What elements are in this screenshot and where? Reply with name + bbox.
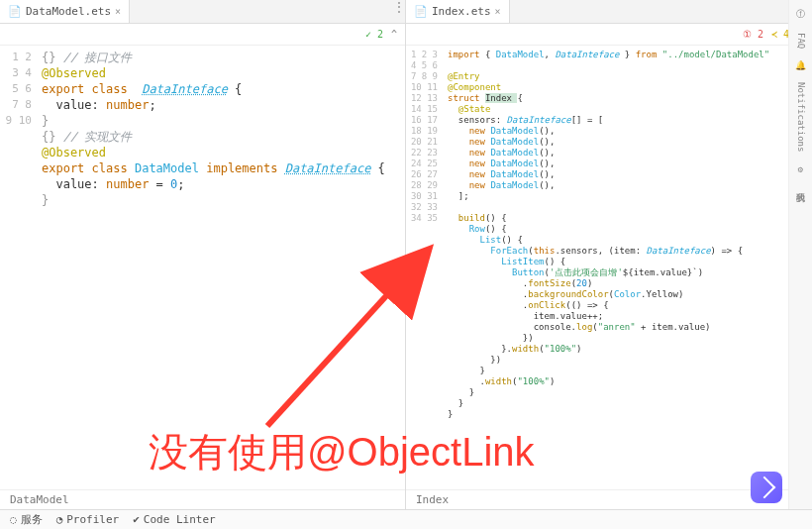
left-breadcrumb[interactable]: DataModel <box>0 489 405 509</box>
file-icon: 📄 <box>414 5 428 18</box>
plug-icon: ◌ <box>10 513 17 526</box>
left-editor-pane: 📄 DataModel.ets × ⋮ ✓ 2 ^ 1 2 3 4 5 6 7 … <box>0 0 406 509</box>
close-icon[interactable]: × <box>495 6 501 17</box>
status-linter[interactable]: ✔Code Linter <box>133 513 215 526</box>
left-inspection-bar: ✓ 2 ^ <box>0 24 405 46</box>
status-services[interactable]: ◌服务 <box>10 512 43 527</box>
tab-index[interactable]: 📄 Index.ets × <box>406 0 510 23</box>
tab-label: DataModel.ets <box>26 5 111 18</box>
file-icon: 📄 <box>8 5 22 18</box>
right-inspection-bar: ① 2 ≺ 4 ^ <box>406 24 811 46</box>
faq-label[interactable]: FAQ <box>796 33 806 49</box>
right-editor[interactable]: 1 2 3 4 5 6 7 8 9 10 11 12 13 14 15 16 1… <box>406 46 811 489</box>
right-editor-pane: 📄 Index.ets × ⋮ ① 2 ≺ 4 ^ 1 2 3 4 5 6 7 … <box>406 0 812 509</box>
profiler-icon: ◔ <box>56 513 63 526</box>
right-tool-sidebar: ⓕ FAQ 🔔 Notifications ⚙ 我的项 <box>788 0 812 509</box>
close-icon[interactable]: × <box>115 6 121 17</box>
notifications-label[interactable]: Notifications <box>796 82 806 152</box>
right-gutter: 1 2 3 4 5 6 7 8 9 10 11 12 13 14 15 16 1… <box>406 46 444 489</box>
left-gutter: 1 2 3 4 5 6 7 8 9 10 <box>0 46 38 489</box>
left-tab-bar: 📄 DataModel.ets × ⋮ <box>0 0 405 24</box>
hint-warn[interactable]: ≺ 4 <box>771 29 789 40</box>
status-bar: ◌服务 ◔Profiler ✔Code Linter <box>0 509 812 529</box>
faq-icon[interactable]: ⓕ <box>796 8 805 21</box>
right-tab-bar: 📄 Index.ets × ⋮ <box>406 0 811 24</box>
status-profiler[interactable]: ◔Profiler <box>56 513 120 526</box>
hint-error[interactable]: ① 2 <box>743 29 763 40</box>
left-editor[interactable]: 1 2 3 4 5 6 7 8 9 10 {} // 接口文件 @Observe… <box>0 46 405 489</box>
right-code[interactable]: import { DataModel, DataInteface } from … <box>444 46 811 489</box>
hint-pass: ✓ 2 <box>365 29 383 40</box>
ai-assistant-button[interactable] <box>751 472 782 503</box>
linter-icon: ✔ <box>133 513 140 526</box>
tools-icon[interactable]: ⚙ <box>798 164 803 174</box>
tab-overflow-menu[interactable]: ⋮ <box>393 0 405 23</box>
tab-datamodel[interactable]: 📄 DataModel.ets × <box>0 0 130 23</box>
hint-menu[interactable]: ^ <box>391 29 397 40</box>
tab-label: Index.ets <box>432 5 491 18</box>
notifications-icon[interactable]: 🔔 <box>795 60 806 70</box>
left-code[interactable]: {} // 接口文件 @Observed export class DataIn… <box>38 46 405 489</box>
